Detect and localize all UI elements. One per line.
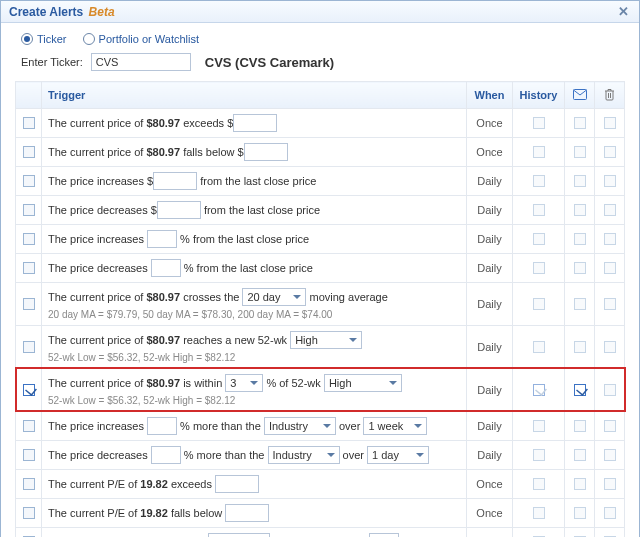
when-cell: Daily	[467, 527, 513, 537]
history-checkbox[interactable]	[533, 478, 545, 490]
ticker-input[interactable]	[91, 53, 191, 71]
delete-checkbox[interactable]	[604, 175, 616, 187]
history-checkbox[interactable]	[533, 507, 545, 519]
history-checkbox[interactable]	[533, 204, 545, 216]
enable-trigger-checkbox[interactable]	[23, 262, 35, 274]
enable-trigger-checkbox[interactable]	[23, 146, 35, 158]
trigger-select[interactable]: 1 day	[367, 446, 429, 464]
history-checkbox[interactable]	[533, 117, 545, 129]
trigger-text: % of 52-wk	[263, 377, 324, 389]
trigger-line: The current P/E of 19.82 exceeds	[48, 475, 460, 493]
radio-portfolio[interactable]: Portfolio or Watchlist	[83, 33, 199, 45]
trigger-line: The current volume exceeds the 5 day ave…	[48, 533, 460, 538]
email-checkbox[interactable]	[574, 298, 586, 310]
header-history: History	[513, 82, 565, 109]
current-price: $80.97	[146, 377, 180, 389]
trigger-value-input[interactable]	[233, 114, 277, 132]
delete-checkbox[interactable]	[604, 117, 616, 129]
dialog-title-main: Create Alerts	[9, 5, 83, 19]
trigger-value-input[interactable]	[147, 417, 177, 435]
history-checkbox[interactable]	[533, 146, 545, 158]
delete-checkbox[interactable]	[604, 478, 616, 490]
email-checkbox[interactable]	[574, 233, 586, 245]
enable-trigger-checkbox[interactable]	[23, 233, 35, 245]
email-checkbox[interactable]	[574, 420, 586, 432]
trigger-line: The current price of $80.97 is within 3 …	[48, 374, 460, 392]
close-icon[interactable]: ✕	[615, 4, 631, 20]
email-checkbox[interactable]	[574, 146, 586, 158]
delete-checkbox[interactable]	[604, 146, 616, 158]
trigger-value-input[interactable]	[225, 504, 269, 522]
delete-checkbox[interactable]	[604, 507, 616, 519]
trigger-cell: The price decreases % more than the Indu…	[42, 440, 467, 469]
history-checkbox[interactable]	[533, 175, 545, 187]
history-checkbox[interactable]	[533, 233, 545, 245]
delete-checkbox[interactable]	[604, 233, 616, 245]
ticker-row: Enter Ticker: CVS (CVS Caremark)	[15, 53, 625, 71]
trigger-row: The current price of $80.97 crosses the …	[16, 282, 625, 325]
trigger-line: The current price of $80.97 reaches a ne…	[48, 331, 460, 349]
history-checkbox[interactable]	[533, 384, 545, 396]
trigger-line: The price decreases % more than the Indu…	[48, 446, 460, 464]
enable-trigger-checkbox[interactable]	[23, 117, 35, 129]
when-cell: Daily	[467, 224, 513, 253]
beta-badge: Beta	[89, 5, 115, 19]
trigger-select[interactable]: High	[290, 331, 362, 349]
history-checkbox[interactable]	[533, 298, 545, 310]
trigger-value-input[interactable]	[151, 446, 181, 464]
trigger-value-input[interactable]	[147, 230, 177, 248]
trigger-line: The price decreases $ from the last clos…	[48, 201, 460, 219]
trigger-select[interactable]: 1 week	[363, 417, 427, 435]
delete-checkbox[interactable]	[604, 204, 616, 216]
trigger-cell: The price decreases % from the last clos…	[42, 253, 467, 282]
email-checkbox[interactable]	[574, 449, 586, 461]
enable-trigger-checkbox[interactable]	[23, 384, 35, 396]
enable-trigger-checkbox[interactable]	[23, 449, 35, 461]
enable-trigger-checkbox[interactable]	[23, 341, 35, 353]
trigger-value-input[interactable]	[157, 201, 201, 219]
delete-checkbox[interactable]	[604, 449, 616, 461]
delete-checkbox[interactable]	[604, 384, 616, 396]
delete-checkbox[interactable]	[604, 420, 616, 432]
history-checkbox[interactable]	[533, 262, 545, 274]
enable-trigger-checkbox[interactable]	[23, 204, 35, 216]
triggers-table: Trigger When History The current	[15, 81, 625, 537]
trigger-select[interactable]: High	[324, 374, 402, 392]
history-checkbox[interactable]	[533, 449, 545, 461]
trigger-value-input[interactable]	[369, 533, 399, 538]
enable-trigger-checkbox[interactable]	[23, 420, 35, 432]
delete-checkbox[interactable]	[604, 341, 616, 353]
header-row: Trigger When History	[16, 82, 625, 109]
enable-trigger-checkbox[interactable]	[23, 478, 35, 490]
trigger-select[interactable]: 3	[225, 374, 263, 392]
email-checkbox[interactable]	[574, 478, 586, 490]
trigger-select[interactable]: 5 day	[208, 533, 270, 538]
history-checkbox[interactable]	[533, 341, 545, 353]
email-checkbox[interactable]	[574, 117, 586, 129]
email-checkbox[interactable]	[574, 384, 586, 396]
dialog-body: Ticker Portfolio or Watchlist Enter Tick…	[1, 23, 639, 537]
enable-trigger-checkbox[interactable]	[23, 507, 35, 519]
trigger-row: The current price of $80.97 falls below …	[16, 137, 625, 166]
when-cell: Daily	[467, 325, 513, 368]
email-checkbox[interactable]	[574, 204, 586, 216]
header-mail	[565, 82, 595, 109]
email-checkbox[interactable]	[574, 262, 586, 274]
trigger-value-input[interactable]	[215, 475, 259, 493]
email-checkbox[interactable]	[574, 175, 586, 187]
radio-ticker[interactable]: Ticker	[21, 33, 67, 45]
enable-trigger-checkbox[interactable]	[23, 298, 35, 310]
delete-checkbox[interactable]	[604, 262, 616, 274]
history-checkbox[interactable]	[533, 420, 545, 432]
trigger-value-input[interactable]	[153, 172, 197, 190]
enable-trigger-checkbox[interactable]	[23, 175, 35, 187]
email-checkbox[interactable]	[574, 507, 586, 519]
trigger-select[interactable]: 20 day	[242, 288, 306, 306]
delete-checkbox[interactable]	[604, 298, 616, 310]
email-checkbox[interactable]	[574, 341, 586, 353]
trigger-value-input[interactable]	[151, 259, 181, 277]
trigger-select[interactable]: Industry	[264, 417, 336, 435]
trigger-value-input[interactable]	[244, 143, 288, 161]
trigger-text: over	[340, 449, 368, 461]
trigger-select[interactable]: Industry	[268, 446, 340, 464]
